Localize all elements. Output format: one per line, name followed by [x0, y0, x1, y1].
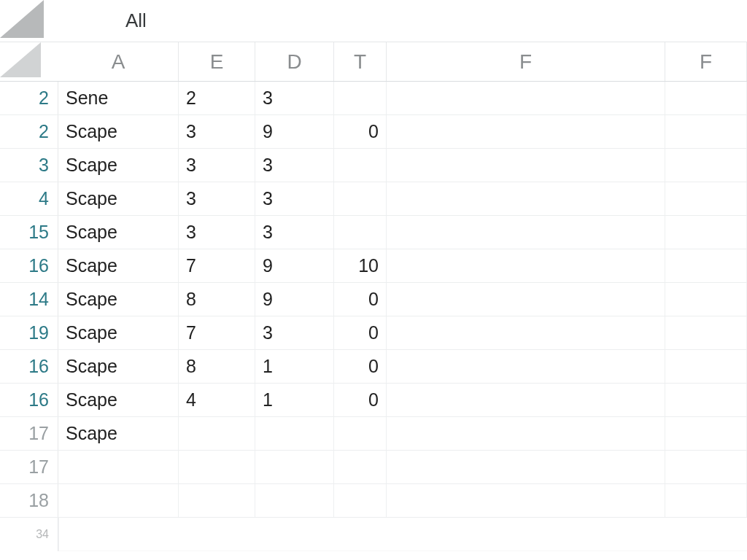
cell[interactable]: Sene — [58, 82, 179, 114]
cell[interactable]: 4 — [179, 384, 255, 416]
cell[interactable] — [387, 451, 665, 483]
cell[interactable] — [334, 484, 387, 517]
cell[interactable] — [665, 451, 747, 483]
row-header[interactable]: 17 — [0, 451, 58, 483]
cell[interactable]: 8 — [179, 283, 255, 316]
cell[interactable] — [387, 417, 665, 450]
row-header[interactable]: 2 — [0, 115, 58, 148]
cell[interactable] — [665, 249, 747, 282]
cell[interactable] — [58, 484, 179, 517]
row-header[interactable]: 2 — [0, 82, 58, 114]
cell[interactable]: Scape — [58, 182, 179, 215]
cell[interactable]: 10 — [334, 249, 387, 282]
cell[interactable]: 0 — [334, 115, 387, 148]
col-header-D[interactable]: D — [255, 42, 334, 81]
cell[interactable] — [665, 149, 747, 182]
col-header-T[interactable]: T — [334, 42, 387, 81]
cell[interactable] — [387, 283, 665, 316]
row-header[interactable]: 34 — [0, 518, 58, 551]
cell[interactable]: Scape — [58, 149, 179, 182]
cell[interactable] — [665, 384, 747, 416]
row-header[interactable]: 19 — [0, 316, 58, 349]
cell[interactable] — [334, 149, 387, 182]
cell[interactable]: 3 — [255, 216, 334, 249]
cell[interactable] — [665, 484, 747, 517]
select-all-corner-icon[interactable] — [0, 42, 58, 81]
col-header-A[interactable]: A — [58, 42, 179, 81]
cell[interactable] — [179, 417, 255, 450]
cell[interactable]: Scape — [58, 316, 179, 349]
cell[interactable] — [665, 82, 747, 114]
cell[interactable]: Scape — [58, 283, 179, 316]
row-header[interactable]: 14 — [0, 283, 58, 316]
cell[interactable]: 3 — [179, 115, 255, 148]
cell[interactable]: 3 — [179, 149, 255, 182]
cell[interactable] — [387, 484, 665, 517]
cell[interactable] — [665, 316, 747, 349]
row-header[interactable]: 16 — [0, 350, 58, 383]
cell[interactable]: 0 — [334, 384, 387, 416]
cell[interactable] — [665, 182, 747, 215]
cell[interactable]: Scape — [58, 417, 179, 450]
row-header[interactable]: 3 — [0, 149, 58, 182]
row-header[interactable]: 17 — [0, 417, 58, 450]
cell[interactable]: Scape — [58, 115, 179, 148]
cell[interactable]: Scape — [58, 384, 179, 416]
cell[interactable] — [334, 82, 387, 114]
cell[interactable] — [387, 149, 665, 182]
cell[interactable] — [387, 216, 665, 249]
cell[interactable]: 9 — [255, 115, 334, 148]
cell[interactable]: 3 — [255, 82, 334, 114]
cell[interactable]: 0 — [334, 316, 387, 349]
cell[interactable] — [334, 417, 387, 450]
cell[interactable] — [334, 216, 387, 249]
cell[interactable]: 1 — [255, 384, 334, 416]
cell[interactable] — [255, 451, 334, 483]
cell[interactable]: 3 — [179, 216, 255, 249]
empty-area[interactable] — [58, 518, 747, 551]
cell[interactable]: 3 — [255, 149, 334, 182]
cell[interactable]: 1 — [255, 350, 334, 383]
row-header[interactable]: 4 — [0, 182, 58, 215]
row-header[interactable]: 16 — [0, 249, 58, 282]
cell[interactable] — [255, 417, 334, 450]
cell[interactable]: 0 — [334, 350, 387, 383]
cell[interactable]: 0 — [334, 283, 387, 316]
cell[interactable] — [665, 115, 747, 148]
cell[interactable] — [179, 451, 255, 483]
cell[interactable] — [665, 417, 747, 450]
cell[interactable]: 9 — [255, 283, 334, 316]
cell[interactable]: 8 — [179, 350, 255, 383]
cell[interactable]: 9 — [255, 249, 334, 282]
cell[interactable] — [387, 115, 665, 148]
cell[interactable] — [387, 249, 665, 282]
col-header-F[interactable]: F — [387, 42, 665, 81]
row-header[interactable]: 16 — [0, 384, 58, 416]
cell[interactable] — [58, 451, 179, 483]
cell[interactable]: 3 — [255, 182, 334, 215]
cell[interactable]: 3 — [179, 182, 255, 215]
cell[interactable] — [255, 484, 334, 517]
cell[interactable] — [387, 316, 665, 349]
filter-dropdown[interactable]: All — [58, 9, 147, 32]
row-header[interactable]: 18 — [0, 484, 58, 517]
cell[interactable]: 7 — [179, 316, 255, 349]
cell[interactable] — [387, 384, 665, 416]
col-header-E[interactable]: E — [179, 42, 255, 81]
cell[interactable]: 7 — [179, 249, 255, 282]
cell[interactable] — [387, 182, 665, 215]
cell[interactable]: 2 — [179, 82, 255, 114]
cell[interactable] — [179, 484, 255, 517]
cell[interactable] — [334, 451, 387, 483]
cell[interactable] — [334, 182, 387, 215]
row-header[interactable]: 15 — [0, 216, 58, 249]
cell[interactable] — [387, 82, 665, 114]
cell[interactable] — [665, 350, 747, 383]
cell[interactable] — [665, 283, 747, 316]
cell[interactable]: 3 — [255, 316, 334, 349]
cell[interactable]: Scape — [58, 216, 179, 249]
cell[interactable] — [665, 216, 747, 249]
cell[interactable]: Scape — [58, 249, 179, 282]
col-header-F2[interactable]: F — [665, 42, 747, 81]
cell[interactable]: Scape — [58, 350, 179, 383]
